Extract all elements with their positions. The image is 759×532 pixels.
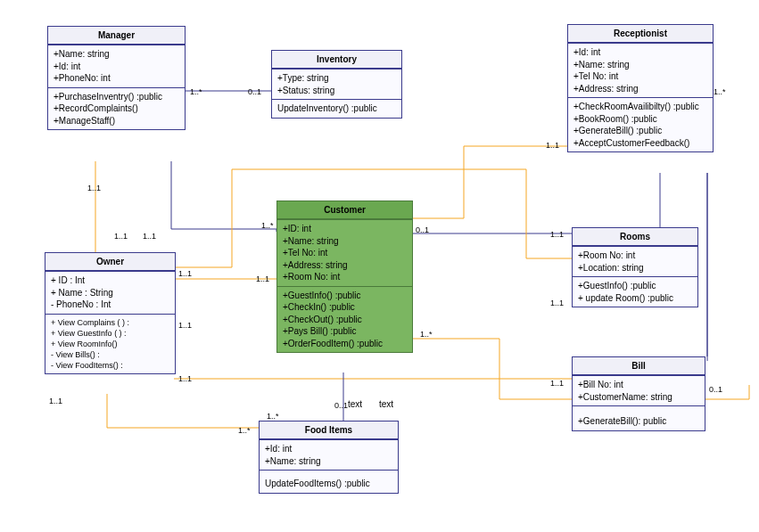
edge-label: text (348, 399, 362, 409)
multiplicity: 1..1 (178, 269, 192, 278)
multiplicity: 1..1 (49, 397, 62, 405)
attributes: +Id: int +Name: string +Tel No: int +Add… (568, 43, 713, 97)
multiplicity: 1..* (420, 330, 433, 339)
multiplicity: 0..1 (416, 225, 429, 234)
multiplicity: 1..1 (178, 374, 192, 383)
multiplicity: 1..1 (256, 274, 269, 283)
class-title: Owner (45, 253, 175, 271)
class-receptionist: Receptionist +Id: int +Name: string +Tel… (567, 24, 714, 152)
attributes: +Id: int +Name: string (260, 439, 398, 470)
class-rooms: Rooms +Room No: int +Location: string +G… (572, 227, 698, 307)
edge-label: text (379, 399, 393, 409)
class-title: Bill (573, 357, 705, 375)
operations: +GuestInfo() :public + update Room() :pu… (573, 276, 697, 307)
attributes: +Type: string +Status: string (272, 69, 401, 99)
class-customer: Customer +ID: int +Name: string +Tel No:… (276, 201, 413, 353)
multiplicity: 0..1 (334, 401, 348, 410)
operations: +GuestInfo() :public +CheckIn() :public … (277, 286, 412, 353)
attributes: +Room No: int +Location: string (573, 246, 697, 276)
class-title: Rooms (573, 228, 697, 246)
operations: UpdateFoodItems() :public (260, 470, 398, 493)
class-bill: Bill +Bill No: int +CustomerName: string… (572, 356, 705, 431)
multiplicity: 1..1 (143, 232, 156, 241)
multiplicity: 1..* (261, 221, 274, 230)
class-title: Inventory (272, 51, 401, 69)
class-title: Customer (277, 201, 412, 219)
multiplicity: 0..1 (248, 87, 261, 96)
operations: UpdateInventory() :public (272, 99, 401, 118)
multiplicity: 1..1 (550, 379, 564, 388)
multiplicity: 1..* (238, 426, 251, 435)
multiplicity: 1..1 (114, 232, 128, 241)
attributes: +ID: int +Name: string +Tel No: int +Add… (277, 219, 412, 286)
edge-owner-fooditems (107, 394, 259, 428)
operations: +GenerateBill(): public (573, 405, 705, 430)
class-title: Food Items (260, 422, 398, 439)
multiplicity: 1..1 (87, 184, 101, 192)
attributes: +Bill No: int +CustomerName: string (573, 375, 705, 405)
attributes: + ID : Int + Name : String - PhoneNo : I… (45, 271, 175, 314)
operations: +PurchaseInventry() :public +RecordCompl… (48, 87, 185, 130)
multiplicity: 1..1 (550, 230, 564, 239)
edge-manager-customer (171, 161, 276, 232)
class-fooditems: Food Items +Id: int +Name: string Update… (259, 421, 399, 494)
multiplicity: 1..1 (550, 299, 564, 307)
multiplicity: 1..* (190, 87, 202, 96)
multiplicity: 1..1 (178, 321, 192, 330)
class-title: Receptionist (568, 25, 713, 43)
operations: +CheckRoomAvailibilty() :public +BookRoo… (568, 97, 713, 151)
edge-customer-fooditems (343, 372, 365, 417)
multiplicity: 1..* (714, 87, 726, 96)
multiplicity: 1..1 (546, 141, 559, 150)
class-manager: Manager +Name: string +Id: int +PhoneNo:… (47, 26, 186, 130)
class-title: Manager (48, 27, 185, 45)
operations: + View Complains ( ) : + View GuestInfo … (45, 314, 175, 374)
edge-customer-receptionist (411, 146, 567, 218)
multiplicity: 0..1 (709, 385, 722, 394)
multiplicity: 1..* (267, 412, 279, 421)
class-owner: Owner + ID : Int + Name : String - Phone… (45, 252, 176, 374)
attributes: +Name: string +Id: int +PhoneNo: int (48, 45, 185, 87)
class-inventory: Inventory +Type: string +Status: string … (271, 50, 402, 119)
